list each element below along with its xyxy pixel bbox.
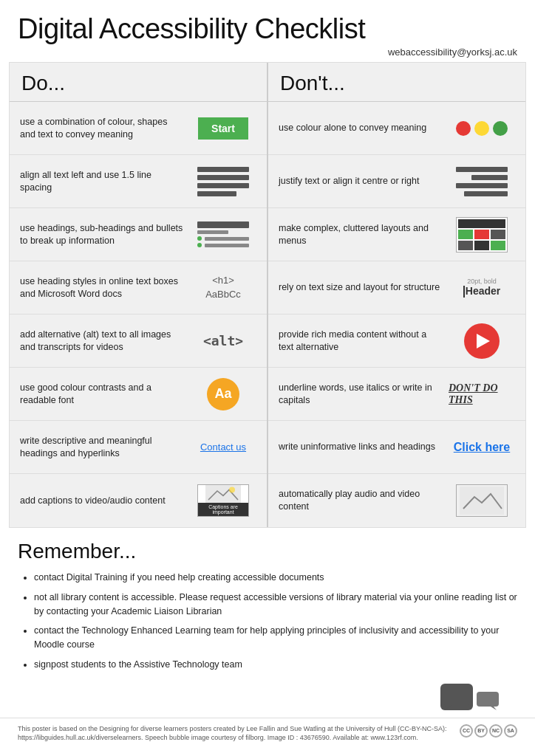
do-row-6-icon: Aa <box>190 378 256 410</box>
bullet-bar <box>205 244 249 247</box>
dont-do-this-icon: DON'T DO THIS <box>449 382 515 406</box>
do-column: Do... use a combination of colour, shape… <box>10 63 267 527</box>
dont-row-5-text: provide rich media content without a tex… <box>279 329 449 354</box>
remember-item-2: not all library content is accessible. P… <box>34 591 517 619</box>
by-icon: BY <box>474 724 488 738</box>
caption-bar: Captions are important <box>198 503 248 516</box>
right-aligned-icon <box>456 167 508 196</box>
do-row-4-icon: <h1> AaBbCc <box>190 274 256 300</box>
do-row-2-icon <box>190 167 256 196</box>
dont-row-3: make complex, cluttered layouts and menu… <box>268 208 525 261</box>
cl-cell <box>491 241 505 250</box>
bullet-row <box>197 243 249 247</box>
r-line <box>471 175 508 180</box>
mountain-svg <box>201 485 245 503</box>
do-row-2-text: align all text left and use 1.5 line spa… <box>20 169 190 194</box>
cc-license-badge: CC BY NC SA <box>460 724 517 738</box>
alt-tag-icon: <alt> <box>203 333 243 348</box>
dont-row-4-text: rely on text size and layout for structu… <box>279 281 449 294</box>
green-light <box>493 121 508 136</box>
h1-tag: <h1> <box>212 275 234 286</box>
do-row-8-icon: Captions are important <box>190 484 256 517</box>
svg-marker-6 <box>491 707 497 710</box>
sa-icon: SA <box>504 724 517 738</box>
size-label: 20pt, bold <box>463 278 500 285</box>
cl-cell <box>474 241 489 250</box>
sub-bar <box>197 230 228 234</box>
svg-rect-5 <box>477 692 499 707</box>
line <box>197 191 236 196</box>
dont-row-1-icon <box>449 121 515 136</box>
do-row-7: write descriptive and meaningful heading… <box>10 421 267 474</box>
cl-row <box>458 219 505 229</box>
dont-row-2: justify text or align it centre or right <box>268 155 525 208</box>
speech-bubbles-icon <box>440 684 500 710</box>
main-grid: Do... use a combination of colour, shape… <box>9 62 526 528</box>
play-button-icon <box>464 323 500 359</box>
remember-header: Remember... <box>18 540 517 563</box>
speech-bubble-small-svg <box>476 691 500 710</box>
remember-footer <box>18 684 517 710</box>
page-header: Digital Accessibility Checklist webacces… <box>0 0 535 62</box>
dont-row-2-icon <box>449 167 515 196</box>
svg-marker-4 <box>443 705 452 710</box>
line <box>197 167 249 172</box>
do-row-3-text: use headings, sub-headings and bullets t… <box>20 222 190 247</box>
dont-row-7-icon: Click here <box>449 441 515 454</box>
dont-column-header: Don't... <box>268 63 525 102</box>
heading-bar <box>197 221 249 228</box>
dont-row-3-text: make complex, cluttered layouts and menu… <box>279 222 449 247</box>
do-row-4-text: use heading styles in online text boxes … <box>20 275 190 300</box>
do-row-3-icon <box>190 221 256 247</box>
header-size-icon: 20pt, bold Header <box>463 278 500 298</box>
r-line <box>464 191 508 196</box>
do-row-6-text: use good colour contrasts and a readable… <box>20 382 190 407</box>
heading-bullets-icon <box>197 221 249 247</box>
dont-row-6: underline words, use italics or write in… <box>268 368 525 421</box>
page-title: Digital Accessibility Checklist <box>18 13 517 45</box>
dont-row-5: provide rich media content without a tex… <box>268 315 525 368</box>
dont-row-4-icon: 20pt, bold Header <box>449 278 515 298</box>
cl-cell <box>474 230 489 239</box>
svg-rect-0 <box>205 485 241 503</box>
remember-section: Remember... contact Digital Training if … <box>0 528 535 718</box>
dont-row-7: write uninformative links and headings C… <box>268 421 525 474</box>
remember-item-3: contact the Technology Enhanced Learning… <box>34 624 517 652</box>
svg-point-1 <box>229 487 235 492</box>
dont-row-2-text: justify text or align it centre or right <box>279 175 449 188</box>
click-here-icon: Click here <box>454 441 510 454</box>
cl-row <box>458 230 505 239</box>
do-row-8: add captions to video/audio content Capt… <box>10 474 267 527</box>
do-row-7-text: write descriptive and meaningful heading… <box>20 435 190 460</box>
red-light <box>456 121 471 136</box>
do-row-6: use good colour contrasts and a readable… <box>10 368 267 421</box>
footer-text: This poster is based on the Designing fo… <box>18 724 454 743</box>
bullet-row <box>197 236 249 241</box>
aligned-lines-icon <box>197 167 249 196</box>
play-triangle <box>477 334 490 348</box>
dont-row-6-icon: DON'T DO THIS <box>449 382 515 406</box>
do-row-5: add alternative (alt) text to all images… <box>10 315 267 368</box>
cl-cell <box>458 241 473 250</box>
page: Digital Accessibility Checklist webacces… <box>0 0 535 747</box>
bubble-small <box>476 691 500 710</box>
speech-bubble-svg <box>440 684 473 710</box>
traffic-lights-icon <box>456 121 508 136</box>
remember-list: contact Digital Training if you need hel… <box>18 571 517 678</box>
dont-column: Don't... use colour alone to convey mean… <box>268 63 525 527</box>
dont-row-1-text: use colour alone to convey meaning <box>279 122 449 134</box>
do-row-7-icon: Contact us <box>190 441 256 453</box>
start-button-icon: Start <box>198 117 248 140</box>
do-column-header: Do... <box>10 63 267 102</box>
nc-icon: NC <box>489 724 502 738</box>
dont-row-5-icon <box>449 323 515 359</box>
contact-email: webaccessibility@yorksj.ac.uk <box>18 47 517 58</box>
cl-row <box>458 241 505 250</box>
dont-row-7-text: write uninformative links and headings <box>279 441 449 453</box>
do-row-8-text: add captions to video/audio content <box>20 495 190 507</box>
dont-row-4: rely on text size and layout for structu… <box>268 261 525 315</box>
do-row-4: use heading styles in online text boxes … <box>10 261 267 315</box>
contact-us-link-icon: Contact us <box>200 441 246 453</box>
cl-cell <box>491 230 505 239</box>
do-row-1: use a combination of colour, shapes and … <box>10 102 267 155</box>
